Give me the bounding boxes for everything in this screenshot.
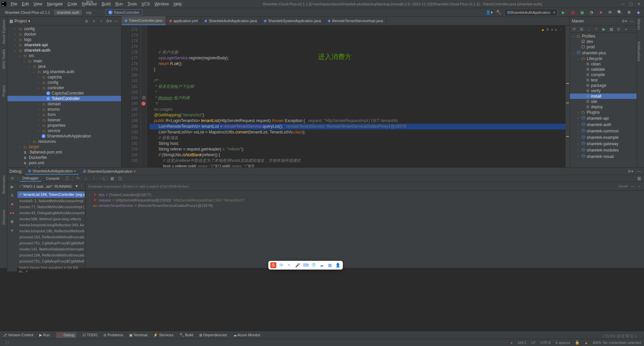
maven-item[interactable]: ☑ dev bbox=[570, 39, 637, 44]
frame[interactable]: invoke0:-1, NativeMethodAccessorImpl bbox=[17, 198, 85, 204]
tree-item[interactable]: 🗎Dockerfile bbox=[7, 155, 121, 160]
search-icon[interactable]: 🔍 bbox=[616, 9, 623, 16]
variable[interactable]: › P this = {TokenController@16577} bbox=[87, 192, 643, 197]
mute-bp-icon[interactable]: ⊘ bbox=[9, 218, 15, 225]
bottom-terminal[interactable]: ▣ Terminal bbox=[129, 332, 147, 338]
settings-icon[interactable]: ⚙ bbox=[625, 9, 633, 16]
select-open-icon[interactable]: ⊕ bbox=[84, 18, 90, 24]
maven-item[interactable]: ⌄🗀 Lifecycle bbox=[570, 56, 637, 61]
code[interactable]: 进入消费方 ▲9 ∧ ∨ ⋮ // 用户注册 sysLoginService.r… bbox=[147, 25, 566, 167]
frame[interactable]: proceed:751, CglibAopProxy$CglibMeth bbox=[17, 240, 85, 246]
coverage-icon[interactable]: ▣ bbox=[578, 9, 586, 16]
ime-mic-icon[interactable]: 🎤 bbox=[294, 262, 301, 268]
bottom-dependencies[interactable]: ⊞ Dependencies bbox=[199, 332, 227, 338]
bottom-debug[interactable]: 🐞 Debug bbox=[56, 332, 76, 338]
tree-item[interactable]: ›🗀form bbox=[7, 112, 121, 117]
expand-icon[interactable]: ≡ bbox=[91, 18, 97, 24]
analyze-icon[interactable]: » bbox=[623, 26, 629, 32]
ime-toolbar[interactable]: S 中 •, 🎤 ⌨ 👕 ☁ ▦ 👤 bbox=[268, 261, 343, 270]
step-out-icon[interactable]: ↑ bbox=[91, 175, 97, 181]
maven-item[interactable]: ⚙ site bbox=[570, 99, 637, 104]
warnings-icon[interactable]: ▲ bbox=[541, 27, 545, 33]
maven-item[interactable]: ›ⓜ sharetek-modules bbox=[570, 147, 637, 153]
debug-config-tab[interactable]: ▦ SharetekSystemApplication × bbox=[80, 168, 139, 175]
frame[interactable]: proceed:751, CglibAopProxy$CglibMeth bbox=[17, 258, 85, 264]
rail-notifications[interactable]: Notifications bbox=[637, 31, 641, 63]
tree-item[interactable]: ›🗀config bbox=[7, 26, 121, 32]
frame[interactable]: invokeJoinpointUsingReflection:343, Aop bbox=[17, 222, 85, 228]
frame[interactable]: proceed:163, ReflectiveMethodInvocation bbox=[17, 234, 85, 240]
run-maven-icon[interactable]: ▶ bbox=[601, 26, 607, 32]
run-to-cursor-icon[interactable]: →| bbox=[99, 175, 105, 181]
maven-item[interactable]: ⚙ install bbox=[570, 94, 637, 99]
debug-gear-icon[interactable]: ⚙▾ bbox=[627, 168, 633, 174]
maven-item[interactable]: ⚙ validate bbox=[570, 67, 637, 72]
readonly-icon[interactable]: 🔓 bbox=[575, 340, 580, 345]
tree-item[interactable]: ⌄🗀org.sharetek.auth bbox=[7, 69, 121, 74]
maven-item[interactable]: ⚙ clean bbox=[570, 61, 637, 67]
editor-tab[interactable]: application.yml bbox=[166, 16, 202, 25]
stop-debug-icon[interactable]: ■ bbox=[9, 201, 15, 208]
run-config-select[interactable]: ▦ SharetekAuthApplication bbox=[504, 9, 557, 16]
tree-item[interactable]: ›🗀logs bbox=[7, 37, 121, 42]
bc-module[interactable]: Sharetek-Cloud-Plus-v2.1.1 bbox=[2, 10, 53, 15]
vars-list[interactable]: › P this = {TokenController@16577}› P re… bbox=[86, 191, 644, 210]
maven-tree[interactable]: ⌄🗀 Profiles☑ dev☐ prod⌄ⓜ sharetek-plus⌄🗀… bbox=[570, 33, 637, 167]
caret-pos[interactable]: 184:1 bbox=[517, 341, 527, 345]
tab-console[interactable]: Console bbox=[43, 175, 62, 181]
debug-config-tab[interactable]: ▦ SharetekAuthApplication × bbox=[25, 168, 79, 175]
editor-tab[interactable]: SharetekSystemApplication.java bbox=[261, 16, 325, 25]
add-icon[interactable]: ＋ bbox=[593, 26, 599, 32]
error-stripe[interactable] bbox=[566, 25, 570, 167]
exec-icon[interactable]: ▦ bbox=[608, 26, 614, 32]
frame[interactable]: proceed:184, ReflectiveMethodInvocation bbox=[17, 252, 85, 258]
tree-item[interactable]: ›🗀domain bbox=[7, 101, 121, 107]
maven-item[interactable]: ⌄ⓜ sharetek-plus bbox=[570, 50, 637, 56]
frame[interactable]: invoke:77, NativeMethodAccessorImpl ( bbox=[17, 204, 85, 210]
tree-item[interactable]: ›🗀captcha bbox=[7, 74, 121, 80]
trace-icon[interactable]: ◫ bbox=[117, 175, 123, 181]
maven-item[interactable]: ⚙ compile bbox=[570, 72, 637, 77]
ai-icon[interactable]: ◆ bbox=[635, 9, 642, 16]
generate-icon[interactable]: ⊞ bbox=[579, 26, 585, 32]
tree-item[interactable]: CSharetekAuthApplication bbox=[7, 133, 121, 139]
bottom-azure-monitor[interactable]: ☁ Azure Monitor bbox=[233, 332, 261, 338]
bottom-build[interactable]: 🔨 Build bbox=[179, 332, 194, 338]
tree-item[interactable]: ›🗀service bbox=[7, 128, 121, 133]
reader-mode-icon[interactable]: ∧ ∨ bbox=[551, 27, 557, 33]
tree-item[interactable]: ›🗀listener bbox=[7, 117, 121, 123]
tree-item[interactable]: 🗎pom.xml bbox=[7, 160, 121, 166]
variable[interactable]: › oo remoteTenantService = {RemoteTenant… bbox=[87, 203, 643, 208]
maven-item[interactable]: ›ⓜ sharetek-gateway bbox=[570, 140, 637, 147]
rerun-icon[interactable]: ⟳ bbox=[9, 175, 15, 181]
bc-submodule[interactable]: sharetek-auth bbox=[54, 10, 82, 15]
frame[interactable]: ↶ tenantList:184, TokenController (org.s… bbox=[17, 191, 85, 198]
line-sep[interactable]: LF bbox=[531, 341, 536, 345]
maximize-icon[interactable]: ▢ bbox=[629, 2, 633, 6]
frame[interactable]: invokeJoinpoint:196, ReflectiveMethodIn bbox=[17, 228, 85, 234]
vcs-update-icon[interactable]: ⟳ bbox=[606, 9, 614, 16]
project-tree[interactable]: ›🗀config›🗀docker›🗀logs›🗀sharetek-api⌄🗀sh… bbox=[7, 25, 121, 167]
debug-hide-icon[interactable]: — bbox=[636, 168, 642, 174]
aws-status[interactable]: AWS: No credentials selected bbox=[593, 341, 641, 345]
view-bp-icon[interactable]: ●● bbox=[9, 210, 15, 216]
bottom-run[interactable]: ▶ Run bbox=[39, 332, 50, 338]
tree-item[interactable]: ›🗀docker bbox=[7, 32, 121, 37]
pause-icon[interactable]: ⏸ bbox=[9, 192, 15, 199]
run-icon[interactable]: ▶ bbox=[559, 9, 567, 16]
frame[interactable]: invoke:43, DelegatingMethodAccessorIm bbox=[17, 210, 85, 216]
threads-icon[interactable]: 三 bbox=[64, 175, 70, 181]
step-over-icon[interactable]: ↷ bbox=[75, 175, 81, 181]
tree-item[interactable]: ›🗀config bbox=[7, 80, 121, 85]
ime-punct-icon[interactable]: •, bbox=[286, 262, 292, 268]
tab-debugger[interactable]: Debugger bbox=[20, 175, 41, 182]
resume-icon[interactable]: ▶ bbox=[9, 183, 15, 190]
gear-icon[interactable]: ⚙▾ bbox=[106, 18, 112, 24]
expr-input[interactable]: Evaluate expression (Enter) or add a wat… bbox=[88, 184, 189, 188]
profile-icon[interactable]: ◔ bbox=[588, 9, 595, 16]
maven-item[interactable]: ⌄🗀 Profiles bbox=[570, 34, 637, 39]
bc-seg[interactable]: org bbox=[83, 10, 104, 15]
tree-item[interactable]: CCaptchaController bbox=[7, 91, 121, 96]
user-icon[interactable]: 👤▾ bbox=[486, 9, 493, 16]
reload-icon[interactable]: ⟳ bbox=[571, 26, 577, 32]
